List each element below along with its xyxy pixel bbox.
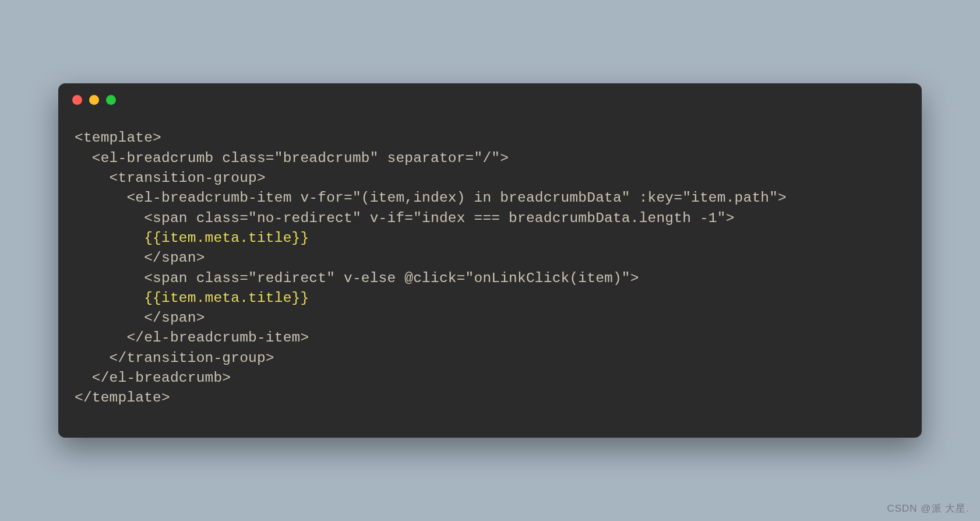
maximize-icon[interactable] xyxy=(106,95,116,105)
minimize-icon[interactable] xyxy=(89,95,99,105)
code-line: <span class="redirect" v-else @click="on… xyxy=(75,270,639,286)
code-line: </template> xyxy=(75,390,170,406)
window-titlebar xyxy=(58,83,922,111)
code-line: </el-breadcrumb-item> xyxy=(75,330,309,346)
code-line: </span> xyxy=(75,310,205,326)
code-line: <template> xyxy=(75,130,161,146)
code-line: <el-breadcrumb class="breadcrumb" separa… xyxy=(75,150,509,166)
watermark-text: CSDN @派 大星. xyxy=(887,502,970,515)
code-line: </span> xyxy=(75,250,205,266)
code-line: </el-breadcrumb> xyxy=(75,370,231,386)
code-line: {{item.meta.title}} xyxy=(75,290,309,306)
code-block: <template> <el-breadcrumb class="breadcr… xyxy=(58,111,922,437)
code-window: <template> <el-breadcrumb class="breadcr… xyxy=(58,83,922,437)
code-line: </transition-group> xyxy=(75,350,274,366)
close-icon[interactable] xyxy=(72,95,82,105)
code-line: {{item.meta.title}} xyxy=(75,230,309,246)
code-line: <transition-group> xyxy=(75,170,266,186)
code-line: <span class="no-redirect" v-if="index ==… xyxy=(75,210,735,226)
code-line: <el-breadcrumb-item v-for="(item,index) … xyxy=(75,190,787,206)
